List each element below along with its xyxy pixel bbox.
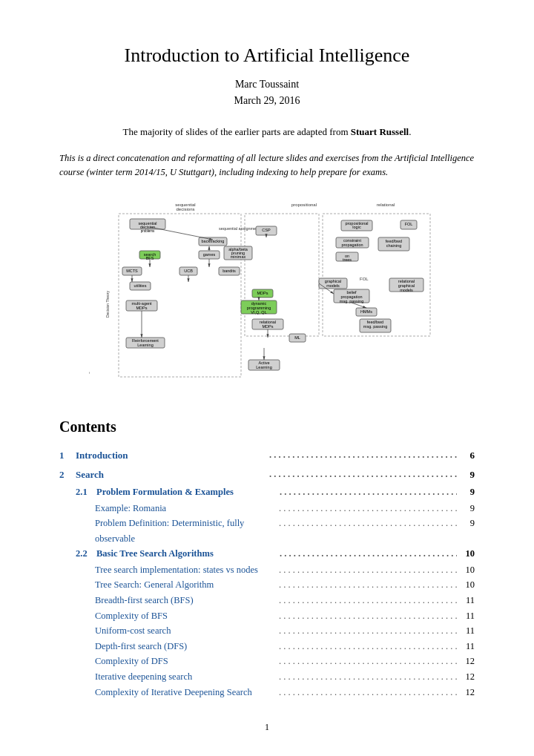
toc-item-romania: Example: Romania 9 bbox=[59, 501, 475, 516]
svg-text:decisions: decisions bbox=[176, 207, 194, 211]
svg-text:FOL: FOL bbox=[360, 277, 369, 281]
svg-text:UCB: UCB bbox=[184, 269, 193, 274]
svg-text:VI,Q, QL: VI,Q, QL bbox=[251, 311, 266, 315]
date: March 29, 2016 bbox=[59, 95, 475, 107]
toc-item-dfs: Depth-first search (DFS) 11 bbox=[59, 639, 475, 654]
svg-text:bandits: bandits bbox=[222, 269, 236, 274]
svg-text:ML: ML bbox=[294, 336, 300, 341]
contents-heading: Contents bbox=[59, 418, 475, 435]
toc-item-complexity-bfs: Complexity of BFS 11 bbox=[59, 608, 475, 624]
toc-item-complexity-iterative: Complexity of Iterative Deepening Search… bbox=[59, 685, 475, 700]
page-title: Introduction to Artificial Intelligence bbox=[59, 45, 475, 67]
svg-text:chaining: chaining bbox=[386, 244, 402, 249]
toc-section-1: 1 Introduction 6 bbox=[59, 446, 475, 465]
author: Marc Toussaint bbox=[59, 79, 475, 91]
svg-text:MDPs: MDPs bbox=[263, 325, 274, 329]
svg-text:Learning: Learning bbox=[137, 344, 153, 348]
svg-text:models: models bbox=[326, 284, 340, 289]
svg-text:propagation: propagation bbox=[341, 243, 363, 248]
svg-text:FOL: FOL bbox=[405, 223, 413, 227]
svg-text:CSP: CSP bbox=[262, 229, 271, 233]
svg-text:problems: problems bbox=[141, 229, 155, 233]
toc-subsection-2-2: 2.2 Basic Tree Search Algorithms 10 bbox=[59, 546, 475, 562]
diagram-container: deterministic probabilistic learning Dec… bbox=[59, 193, 475, 401]
svg-line-95 bbox=[150, 227, 213, 240]
svg-text:msg. passing: msg. passing bbox=[363, 325, 387, 329]
diagram-svg: deterministic probabilistic learning Dec… bbox=[89, 193, 445, 401]
svg-text:MDPs: MDPs bbox=[257, 292, 268, 296]
svg-text:minimax: minimax bbox=[231, 255, 246, 260]
svg-text:games: games bbox=[203, 253, 216, 257]
svg-text:logic: logic bbox=[352, 226, 361, 230]
toc-item-uniform-cost: Uniform-cost search 11 bbox=[59, 623, 475, 639]
page-footer: 1 bbox=[59, 722, 475, 733]
toc-subsection-2-1: 2.1 Problem Formulation & Examples 9 bbox=[59, 484, 475, 500]
svg-text:HMMs: HMMs bbox=[360, 310, 372, 315]
svg-text:sequential assignment: sequential assignment bbox=[219, 226, 260, 231]
svg-text:backtracking: backtracking bbox=[202, 240, 225, 244]
svg-text:models: models bbox=[400, 289, 413, 293]
svg-text:trees: trees bbox=[343, 258, 352, 263]
svg-text:msg. passing: msg. passing bbox=[340, 300, 363, 304]
toc-item-states-nodes: Tree search implementation: states vs no… bbox=[59, 562, 475, 578]
svg-text:learning: learning bbox=[89, 372, 90, 385]
toc-item-iterative-deepening: Iterative deepening search 12 bbox=[59, 669, 475, 685]
description: This is a direct concatenation and refor… bbox=[59, 151, 475, 180]
svg-text:MDPs: MDPs bbox=[136, 306, 148, 311]
svg-text:Learning: Learning bbox=[256, 366, 271, 370]
document-page: Introduction to Artificial Intelligence … bbox=[0, 0, 534, 756]
svg-text:MCTS: MCTS bbox=[126, 269, 138, 274]
toc-item-complexity-dfs: Complexity of DFS 12 bbox=[59, 654, 475, 669]
attribution: The majority of slides of the earlier pa… bbox=[59, 125, 475, 139]
toc-item-bfs: Breadth-first search (BFS) 11 bbox=[59, 593, 475, 608]
svg-rect-12 bbox=[323, 214, 430, 336]
svg-text:utilities: utilities bbox=[134, 284, 147, 289]
toc-item-general-alg: Tree Search: General Algorithm 10 bbox=[59, 577, 475, 593]
toc-section-2: 2 Search 9 bbox=[59, 465, 475, 484]
svg-text:propositional: propositional bbox=[291, 203, 317, 207]
svg-text:relational: relational bbox=[377, 203, 395, 207]
svg-text:Decision Theory: Decision Theory bbox=[105, 291, 110, 318]
toc-item-problem-def: Problem Definition: Deterministic, fully… bbox=[59, 516, 475, 546]
